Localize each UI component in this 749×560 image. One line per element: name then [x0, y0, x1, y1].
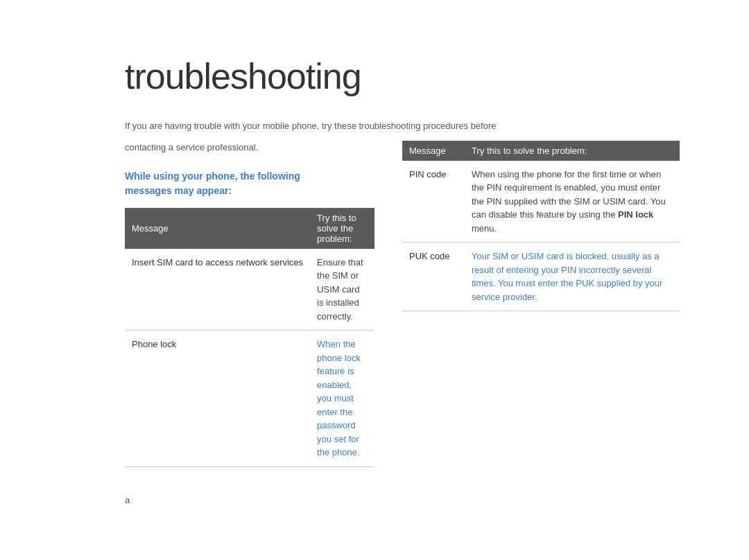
service-line: contacting a service professional. [125, 141, 374, 155]
intro-text: If you are having trouble with your mobi… [125, 119, 652, 134]
left-msg-2: Phone lock [125, 331, 310, 467]
left-column: contacting a service professional. While… [125, 141, 374, 467]
right-table: Message Try this to solve the problem: P… [402, 141, 680, 312]
right-column: Message Try this to solve the problem: P… [402, 141, 680, 467]
right-solution-2: Your SIM or USIM card is blocked, usuall… [465, 243, 680, 311]
right-table-col1-header: Message [402, 141, 465, 161]
left-solution-2: When the phone lock feature is enabled, … [310, 331, 374, 467]
left-solution-1: Ensure that the SIM or USIM card is inst… [310, 249, 374, 331]
pin-lock-bold: PIN lock [618, 209, 653, 220]
table-row: PUK code Your SIM or USIM card is blocke… [402, 243, 680, 311]
right-solution-1: When using the phone for the first time … [465, 161, 680, 243]
footer-letter: a [125, 495, 680, 505]
table-row: Insert SIM card to access network servic… [125, 249, 374, 331]
right-msg-1: PIN code [402, 161, 465, 243]
left-table: Message Try this to solve the problem: I… [125, 208, 374, 467]
left-msg-1: Insert SIM card to access network servic… [125, 249, 310, 331]
table-row: PIN code When using the phone for the fi… [402, 161, 680, 243]
page-title: troubleshooting [125, 55, 680, 97]
section-heading: While using your phone, the following me… [125, 169, 374, 198]
right-table-col2-header: Try this to solve the problem: [465, 141, 680, 161]
left-table-col1-header: Message [125, 208, 310, 249]
content-row: contacting a service professional. While… [125, 141, 680, 467]
page: troubleshooting If you are having troubl… [0, 0, 749, 560]
table-row: Phone lock When the phone lock feature i… [125, 331, 374, 467]
right-msg-2: PUK code [402, 243, 465, 311]
left-table-col2-header: Try this to solve the problem: [310, 208, 374, 249]
